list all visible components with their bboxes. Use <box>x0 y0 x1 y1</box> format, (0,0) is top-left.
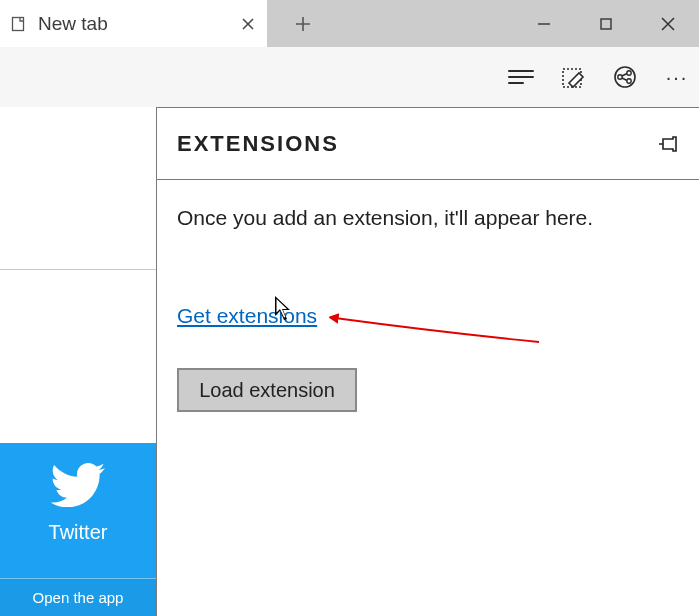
get-extensions-link[interactable]: Get extensions <box>177 304 317 328</box>
svg-rect-1 <box>601 19 611 29</box>
pin-icon[interactable] <box>657 131 683 157</box>
tab-title: New tab <box>38 13 108 35</box>
close-window-button[interactable] <box>637 0 699 47</box>
more-icon[interactable]: ··· <box>663 63 691 91</box>
address-bar-strip <box>0 107 156 270</box>
new-tab-button[interactable] <box>280 0 326 47</box>
panel-message: Once you add an extension, it'll appear … <box>177 206 679 230</box>
browser-tab[interactable]: New tab <box>0 0 267 47</box>
window-controls <box>513 0 699 47</box>
maximize-button[interactable] <box>575 0 637 47</box>
share-icon[interactable] <box>611 63 639 91</box>
web-notes-icon[interactable] <box>559 63 587 91</box>
panel-title: EXTENSIONS <box>177 131 339 157</box>
hub-icon[interactable] <box>507 63 535 91</box>
svg-point-4 <box>618 75 622 79</box>
open-app-button[interactable]: Open the app <box>0 578 156 616</box>
twitter-bird-icon <box>0 463 156 507</box>
twitter-tile[interactable]: Twitter Open the app <box>0 443 156 616</box>
panel-header: EXTENSIONS <box>157 108 699 180</box>
svg-point-6 <box>627 79 631 83</box>
extensions-panel: EXTENSIONS Once you add an extension, it… <box>156 107 699 616</box>
svg-rect-0 <box>13 17 24 30</box>
tab-bar: New tab <box>0 0 699 47</box>
browser-toolbar: ··· <box>0 47 699 107</box>
page-icon <box>10 15 28 33</box>
svg-point-5 <box>627 71 631 75</box>
minimize-button[interactable] <box>513 0 575 47</box>
twitter-tile-name: Twitter <box>0 521 156 544</box>
panel-body: Once you add an extension, it'll appear … <box>157 180 699 438</box>
close-tab-button[interactable] <box>241 0 255 47</box>
load-extension-button[interactable]: Load extension <box>177 368 357 412</box>
